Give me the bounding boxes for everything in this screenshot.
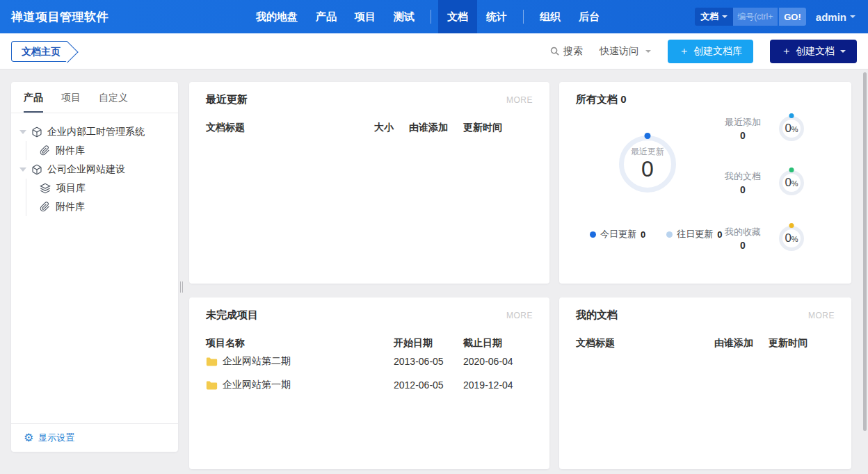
search-button[interactable]: 搜索 xyxy=(549,45,583,58)
nav-project[interactable]: 项目 xyxy=(346,0,385,33)
stat-recently-added: 最近添加 0 0% xyxy=(718,116,804,141)
tree-node-attachment-lib[interactable]: 附件库 xyxy=(40,197,170,216)
quick-access-dropdown[interactable]: 快速访问 xyxy=(600,45,651,58)
nav-test[interactable]: 测试 xyxy=(385,0,424,33)
tree-children: 附件库 xyxy=(26,141,170,160)
project-name[interactable]: 企业网站第二期 xyxy=(223,355,291,368)
more-link[interactable]: MORE xyxy=(506,95,533,105)
more-link[interactable]: MORE xyxy=(506,311,533,320)
chevron-down-icon xyxy=(645,50,651,53)
tree-node-label: 项目库 xyxy=(56,182,86,195)
paperclip-icon xyxy=(40,145,50,156)
donut-legend: 今日更新 0 往日更新 0 xyxy=(590,228,722,240)
caret-down-icon[interactable] xyxy=(19,130,26,134)
project-start-date: 2012-06-05 xyxy=(394,379,463,391)
chevron-down-icon xyxy=(840,50,846,53)
tree-node-label: 公司企业网站建设 xyxy=(47,163,125,176)
create-doc-lib-button[interactable]: ＋ 创建文档库 xyxy=(668,40,753,63)
tree-node-product[interactable]: 公司企业网站建设 xyxy=(19,160,170,179)
nav-product[interactable]: 产品 xyxy=(307,0,346,33)
col-doc-title: 文档标题 xyxy=(206,122,374,134)
cube-icon xyxy=(31,126,42,138)
tree-node-product[interactable]: 企业内部工时管理系统 xyxy=(19,122,170,141)
table-row[interactable]: 企业网站第二期 2013-06-05 2020-06-04 xyxy=(206,350,533,373)
col-added-by: 由谁添加 xyxy=(714,337,769,350)
col-size: 大小 xyxy=(374,122,409,134)
top-navbar: 禅道项目管理软件 我的地盘 产品 项目 测试 文档 统计 组织 后台 文档 GO… xyxy=(0,0,868,33)
folder-icon xyxy=(206,380,218,391)
donut-value: 0 xyxy=(641,156,654,182)
all-docs-count: 0 xyxy=(620,93,626,105)
breadcrumb-label: 文档主页 xyxy=(22,46,61,57)
my-docs-panel: 我的文档 MORE 文档标题 由谁添加 更新时间 xyxy=(559,297,851,469)
panel-title: 未完成项目 xyxy=(206,309,258,322)
tab-custom[interactable]: 自定义 xyxy=(99,92,128,113)
tree-children: 项目库 附件库 xyxy=(26,179,170,216)
nav-divider xyxy=(431,10,431,24)
stat-donut: 0% xyxy=(779,116,804,141)
sidebar: 产品 项目 自定义 企业内部工时管理系统 附件库 xyxy=(11,82,178,452)
chevron-down-icon xyxy=(850,15,855,18)
nav-doc[interactable]: 文档 xyxy=(438,0,477,33)
nav-statistics[interactable]: 统计 xyxy=(477,0,516,33)
panel-title: 所有文档 0 xyxy=(576,93,627,106)
tree-node-label: 附件库 xyxy=(56,201,85,213)
project-end-date: 2019-12-04 xyxy=(463,379,533,391)
all-docs-panel: 所有文档 0 最近更新 0 今日更新 0 往日更新 0 最近添加 0 xyxy=(559,82,851,284)
search-scope-dropdown[interactable]: 文档 xyxy=(695,8,733,26)
tree-node-project-lib[interactable]: 项目库 xyxy=(40,179,170,197)
table-header: 文档标题 大小 由谁添加 更新时间 xyxy=(206,122,533,134)
nav-backend[interactable]: 后台 xyxy=(570,0,609,33)
search-input[interactable] xyxy=(733,8,778,26)
more-link[interactable]: MORE xyxy=(808,311,835,320)
paperclip-icon xyxy=(40,202,50,212)
search-icon xyxy=(549,46,560,56)
breadcrumb-doc-home[interactable]: 文档主页 xyxy=(11,41,67,62)
tree-node-label: 企业内部工时管理系统 xyxy=(47,126,145,138)
gear-icon: ⚙ xyxy=(24,432,33,443)
nav-my-dashboard[interactable]: 我的地盘 xyxy=(247,0,307,33)
donut-marker-dot xyxy=(645,133,651,139)
plus-icon: ＋ xyxy=(679,44,689,58)
legend-dot xyxy=(590,231,596,238)
recent-updates-panel: 最近更新 MORE 文档标题 大小 由谁添加 更新时间 xyxy=(189,82,549,284)
create-doc-label: 创建文档 xyxy=(796,45,835,58)
toolbar-actions: 搜索 快速访问 ＋ 创建文档库 ＋ 创建文档 xyxy=(549,40,857,63)
layers-icon xyxy=(40,183,51,194)
unfinished-projects-panel: 未完成项目 MORE 项目名称 开始日期 截止日期 企业网站第二期 2013-0… xyxy=(189,297,549,469)
col-added-by: 由谁添加 xyxy=(409,122,463,134)
project-name[interactable]: 企业网站第一期 xyxy=(223,379,291,391)
scrollbar[interactable] xyxy=(863,72,867,431)
user-menu[interactable]: admin xyxy=(816,0,855,33)
legend-today-updated: 今日更新 0 xyxy=(590,228,645,240)
stat-my-favorites: 我的收藏 0 0% xyxy=(718,226,804,251)
col-end-date: 截止日期 xyxy=(463,337,533,350)
table-row[interactable]: 企业网站第一期 2012-06-05 2019-12-04 xyxy=(206,373,533,397)
sidebar-resize-handle[interactable] xyxy=(180,280,187,294)
col-project-name: 项目名称 xyxy=(206,337,394,350)
go-button[interactable]: GO! xyxy=(779,8,806,26)
doc-lib-tree: 企业内部工时管理系统 附件库 公司企业网站建设 xyxy=(11,113,178,225)
stat-donut: 0% xyxy=(779,170,804,195)
caret-down-icon[interactable] xyxy=(19,167,26,172)
col-doc-title: 文档标题 xyxy=(576,337,714,350)
donut-marker-dot xyxy=(789,113,794,118)
app-logo[interactable]: 禅道项目管理软件 xyxy=(0,0,247,33)
display-settings-button[interactable]: ⚙ 显示设置 xyxy=(11,423,178,452)
toolbar: 文档主页 搜索 快速访问 ＋ 创建文档库 ＋ 创建文档 xyxy=(0,33,868,70)
display-settings-label: 显示设置 xyxy=(38,432,74,444)
tab-project[interactable]: 项目 xyxy=(61,92,81,113)
nav-organization[interactable]: 组织 xyxy=(531,0,570,33)
tab-product[interactable]: 产品 xyxy=(24,92,43,113)
tree-node-label: 附件库 xyxy=(56,145,85,157)
create-doc-button[interactable]: ＋ 创建文档 xyxy=(770,40,857,63)
sidebar-tabs: 产品 项目 自定义 xyxy=(11,82,178,113)
col-updated-time: 更新时间 xyxy=(463,122,533,134)
create-doc-lib-label: 创建文档库 xyxy=(693,45,742,58)
global-search: 文档 GO! xyxy=(695,8,806,26)
legend-past-updated: 往日更新 0 xyxy=(666,228,722,240)
tree-node-attachment-lib[interactable]: 附件库 xyxy=(40,141,170,160)
project-end-date: 2020-06-04 xyxy=(463,356,533,367)
nav-divider xyxy=(523,10,524,24)
cube-icon xyxy=(31,164,42,175)
